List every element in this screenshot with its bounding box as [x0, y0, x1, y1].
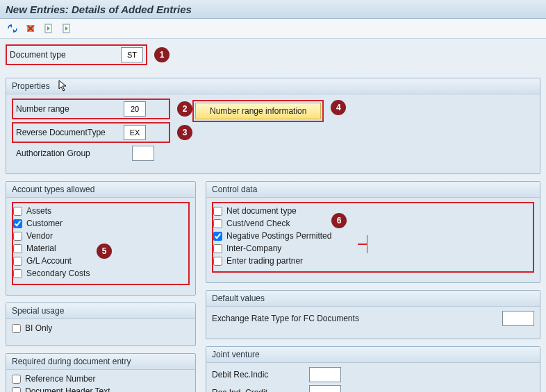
properties-header: Properties [6, 78, 540, 94]
cb-gl-label: G/L Account [26, 256, 72, 266]
cb-intercompany[interactable] [213, 244, 222, 253]
cb-custvend-label: Cust/vend Check [226, 219, 290, 228]
cb-customer-label: Customer [26, 219, 63, 228]
cb-net-doc[interactable] [213, 207, 222, 216]
cb-neg-post-label: Negative Postings Permitted [226, 231, 331, 241]
cb-gl[interactable] [13, 257, 22, 266]
cb-bi-only[interactable] [12, 324, 21, 333]
reverse-doc-highlight: Reverse DocumentType [12, 122, 170, 143]
reverse-doc-label: Reverse DocumentType [16, 128, 124, 137]
cb-net-doc-label: Net document type [226, 206, 297, 216]
reverse-doc-input[interactable] [124, 125, 146, 140]
cb-vendor[interactable] [13, 232, 22, 241]
auth-group-input[interactable] [132, 146, 154, 161]
debit-rec-label: Debit Rec.Indic [212, 370, 309, 380]
nr-info-highlight: Number range information [192, 100, 324, 122]
number-range-label: Number range [16, 104, 124, 114]
cb-material[interactable] [13, 244, 22, 253]
special-usage-panel: Special usage BI Only [6, 302, 196, 346]
control-data-panel: Control data Net document type Cust/vend… [206, 181, 540, 283]
joint-venture-panel: Joint venture Debit Rec.Indic Rec.Ind. C… [206, 346, 540, 392]
cb-material-label: Material [26, 244, 56, 253]
doc-type-highlight: Document type [6, 44, 147, 65]
required-entry-panel: Required during document entry Reference… [6, 353, 196, 392]
doc-type-label: Document type [10, 50, 121, 60]
cb-neg-post[interactable] [213, 232, 222, 241]
title-bar: New Entries: Details of Added Entries [0, 0, 546, 19]
exch-rate-label: Exchange Rate Type for FC Documents [212, 314, 502, 323]
default-values-header: Default values [206, 291, 540, 307]
cb-bi-only-label: BI Only [25, 323, 52, 333]
doc-type-input[interactable] [121, 47, 143, 62]
cb-doc-header-label: Document Header Text [25, 386, 110, 392]
toolbar [0, 19, 546, 39]
cb-secondary[interactable] [13, 269, 22, 278]
callout-1: 1 [154, 47, 169, 62]
cb-custvend[interactable] [213, 219, 222, 228]
cb-secondary-label: Secondary Costs [26, 269, 90, 278]
cb-customer[interactable] [13, 219, 22, 228]
special-usage-header: Special usage [6, 303, 195, 319]
debit-rec-input[interactable] [309, 367, 341, 382]
cb-doc-header[interactable] [12, 387, 21, 393]
exch-rate-input[interactable] [502, 311, 534, 326]
properties-panel: Properties Number range 2 Reverse Docume… [6, 78, 540, 174]
rec-credit-input[interactable] [309, 385, 341, 392]
joint-venture-header: Joint venture [206, 347, 540, 363]
delete-icon[interactable] [25, 23, 36, 34]
cb-intercompany-label: Inter-Company [226, 244, 281, 253]
cb-ref-number[interactable] [12, 375, 21, 384]
prev-page-icon[interactable] [43, 23, 54, 34]
toggle-icon[interactable] [7, 23, 18, 34]
auth-group-label: Authorization Group [12, 148, 132, 158]
default-values-panel: Default values Exchange Rate Type for FC… [206, 290, 540, 339]
callout-2: 2 [177, 101, 192, 117]
rec-credit-label: Rec.Ind. Credit [212, 388, 309, 392]
callout-5: 5 [97, 244, 112, 259]
cb-vendor-label: Vendor [26, 231, 53, 241]
cb-trading-partner[interactable] [213, 257, 222, 266]
required-entry-header: Required during document entry [6, 354, 195, 370]
page-title: New Entries: Details of Added Entries [6, 3, 192, 15]
next-page-icon[interactable] [61, 23, 72, 34]
account-types-panel: Account types allowed Assets Customer Ve… [6, 181, 196, 296]
number-range-info-button[interactable]: Number range information [195, 103, 321, 119]
callout-4: 4 [331, 100, 346, 115]
cb-trading-partner-label: Enter trading partner [226, 256, 303, 266]
cb-ref-number-label: Reference Number [25, 374, 95, 384]
cb-assets-label: Assets [26, 206, 51, 216]
number-range-highlight: Number range [12, 99, 170, 119]
callout-6: 6 [331, 213, 347, 228]
cb-assets[interactable] [13, 207, 22, 216]
number-range-input[interactable] [124, 101, 146, 117]
account-types-header: Account types allowed [6, 182, 195, 198]
control-data-header: Control data [206, 182, 540, 198]
callout-3: 3 [177, 125, 192, 140]
